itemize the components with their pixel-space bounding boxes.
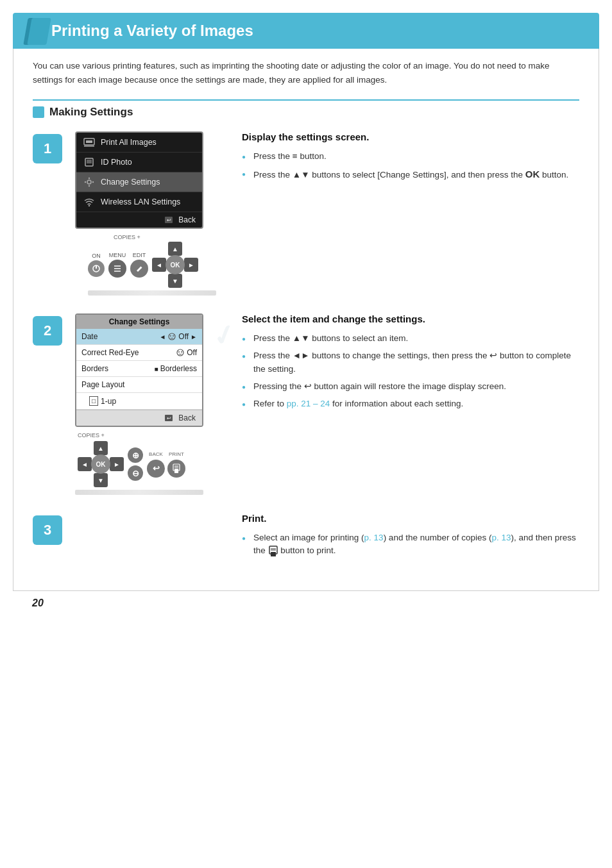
borders-value: ■ Borderless xyxy=(155,364,197,373)
menu-label-id-photo: ID Photo xyxy=(101,158,132,167)
menu-label-change-settings: Change Settings xyxy=(101,178,160,187)
step-1-title: Display the settings screen. xyxy=(242,131,579,142)
step-3-title: Print. xyxy=(242,513,579,524)
wireless-icon xyxy=(83,197,96,207)
back-button-2[interactable]: ↩ xyxy=(147,460,165,478)
menu-item-change-settings: Change Settings xyxy=(76,172,202,192)
intro-text: You can use various printing features, s… xyxy=(33,59,579,87)
step-1-number: 1 xyxy=(33,134,62,163)
print-all-icon xyxy=(83,137,96,147)
ok-button-2[interactable]: OK xyxy=(91,455,110,474)
device-buttons-1: ON MENU EDIT xyxy=(75,242,229,288)
id-photo-icon xyxy=(83,157,96,167)
dpad-2: ▲ ▼ ◄ ► OK xyxy=(78,441,124,487)
svg-rect-4 xyxy=(87,160,92,163)
svg-rect-32 xyxy=(271,552,276,556)
device-buttons-2: ▲ ▼ ◄ ► OK ⊕ ⊖ BACK PRINT xyxy=(75,441,229,487)
step-2-bullet-1: Press the ▲▼ buttons to select an item. xyxy=(242,332,579,345)
settings-screen: Change Settings Date ◄ Off ► Correct Red… xyxy=(75,313,203,427)
section-title: Making Settings xyxy=(49,106,133,119)
step-3-bullets: Select an image for printing (p. 13) and… xyxy=(242,531,579,558)
step-1-desc: Display the settings screen. Press the ≡… xyxy=(242,131,579,187)
zoom-out-button[interactable]: ⊖ xyxy=(128,465,143,481)
step-2-title: Select the item and change the settings. xyxy=(242,313,579,324)
step-2-bullet-4: Refer to pp. 21 – 24 for information abo… xyxy=(242,397,579,410)
settings-row-borders: Borders ■ Borderless xyxy=(76,361,202,377)
step-3-desc: Print. Select an image for printing (p. … xyxy=(242,513,579,562)
step-1-row: 1 Print All Images xyxy=(33,131,579,296)
1up-checkbox: □ xyxy=(89,396,98,406)
zoom-in-button[interactable]: ⊕ xyxy=(128,447,143,463)
dpad-right-1[interactable]: ► xyxy=(184,258,198,272)
menu-label: MENU xyxy=(109,252,126,258)
step-1-bullet-2: Press the ▲▼ buttons to select [Change S… xyxy=(242,167,579,182)
menu-back-1: ↩ Back xyxy=(76,212,202,228)
copies-area-2: COPIES + xyxy=(75,432,229,440)
ok-button-1[interactable]: OK xyxy=(166,255,185,274)
date-arrow-right: ► xyxy=(191,333,197,340)
menu-item-id-photo: ID Photo xyxy=(76,153,202,172)
back-print-group: BACK PRINT ↩ xyxy=(147,451,185,478)
step-1-bullets: Press the ≡ button. Press the ▲▼ buttons… xyxy=(242,150,579,182)
page-content: You can use various printing features, s… xyxy=(13,49,599,591)
on-label: ON xyxy=(92,253,101,259)
step-3-bullet-1: Select an image for printing (p. 13) and… xyxy=(242,531,579,558)
settings-back: ↩ Back xyxy=(76,410,202,426)
device-base-1 xyxy=(88,290,216,296)
copies-area-1: COPIES + xyxy=(75,234,229,242)
dpad-down-2[interactable]: ▼ xyxy=(94,473,108,487)
step-2-bullet-3: Pressing the ↩ button again will restore… xyxy=(242,380,579,393)
step-3-number: 3 xyxy=(33,515,62,545)
menu-item-wireless: Wireless LAN Settings xyxy=(76,192,202,212)
svg-point-20 xyxy=(170,335,171,337)
svg-point-7 xyxy=(89,185,90,187)
step-1-bullet-1: Press the ≡ button. xyxy=(242,150,579,163)
red-eye-off: Off xyxy=(187,348,197,357)
step-2-visual: ✓ Change Settings Date ◄ Off ► C xyxy=(75,313,229,495)
section-header: Making Settings xyxy=(33,99,579,119)
red-eye-value: Off xyxy=(176,348,197,357)
step-2-bullet-2: Press the ◄► buttons to change the setti… xyxy=(242,349,579,376)
layout-1up-group: □ 1-up xyxy=(89,396,116,406)
zoom-group: ⊕ ⊖ xyxy=(128,447,143,481)
svg-point-24 xyxy=(181,351,182,353)
on-btn-group: ON xyxy=(88,253,105,277)
svg-text:↩: ↩ xyxy=(167,217,171,223)
settings-row-red-eye: Correct Red-Eye Off xyxy=(76,345,202,361)
dpad-down-1[interactable]: ▼ xyxy=(168,274,182,288)
section-icon xyxy=(33,106,44,118)
date-arrow-left: ◄ xyxy=(159,333,166,340)
step-3-row: 3 Print. Select an image for printing (p… xyxy=(33,513,579,562)
svg-point-8 xyxy=(85,181,86,183)
power-button[interactable] xyxy=(88,260,105,277)
print-btn-label: PRINT xyxy=(167,451,185,457)
dpad-up-2[interactable]: ▲ xyxy=(94,441,108,455)
dpad-up-1[interactable]: ▲ xyxy=(168,242,182,256)
step-2-row: 2 ✓ Change Settings Date ◄ Off ► xyxy=(33,313,579,495)
back-print-label-row: BACK PRINT xyxy=(147,451,185,457)
layout-label: Page Layout xyxy=(81,380,124,389)
page-header: Printing a Variety of Images xyxy=(13,13,599,49)
page-title: Printing a Variety of Images xyxy=(51,22,580,40)
watermark: ✓ xyxy=(209,317,239,353)
step-2-number: 2 xyxy=(33,316,62,346)
red-eye-label: Correct Red-Eye xyxy=(81,348,139,357)
print-button-2[interactable] xyxy=(167,460,185,478)
menu-button[interactable] xyxy=(108,260,126,278)
dpad-left-2[interactable]: ◄ xyxy=(78,457,92,471)
dpad-right-2[interactable]: ► xyxy=(110,457,124,471)
borders-icon: ■ xyxy=(155,365,158,372)
svg-point-21 xyxy=(173,335,174,337)
watermark-area: ✓ Change Settings Date ◄ Off ► C xyxy=(75,313,229,427)
borders-borderless: Borderless xyxy=(160,364,197,373)
edit-button[interactable] xyxy=(130,260,148,278)
menu-label-wireless: Wireless LAN Settings xyxy=(101,197,180,206)
date-label: Date xyxy=(81,332,98,341)
svg-point-23 xyxy=(178,351,180,353)
svg-text:↩: ↩ xyxy=(167,415,171,421)
device-base-2 xyxy=(75,490,203,495)
dpad-left-1[interactable]: ◄ xyxy=(152,258,166,272)
svg-point-6 xyxy=(89,178,90,179)
menu-label-print-all: Print All Images xyxy=(101,138,157,147)
borders-label: Borders xyxy=(81,364,108,373)
